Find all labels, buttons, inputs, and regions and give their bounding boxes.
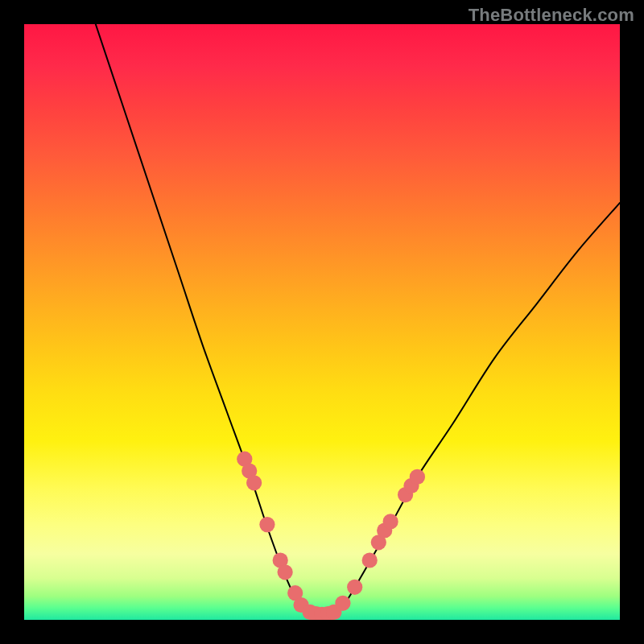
highlight-dot	[362, 552, 378, 568]
bottleneck-curve	[96, 24, 620, 615]
chart-svg	[24, 24, 620, 620]
plot-area	[24, 24, 620, 620]
highlight-dot	[347, 580, 362, 595]
highlight-dot	[246, 475, 262, 490]
highlight-dot	[259, 517, 275, 532]
chart-frame: TheBottleneck.com	[0, 0, 644, 644]
watermark-text: TheBottleneck.com	[469, 5, 634, 26]
highlight-dots	[237, 452, 425, 620]
highlight-dot	[335, 596, 350, 611]
highlight-dot	[382, 514, 398, 529]
highlight-dot	[278, 564, 293, 580]
highlight-dot	[410, 469, 425, 485]
